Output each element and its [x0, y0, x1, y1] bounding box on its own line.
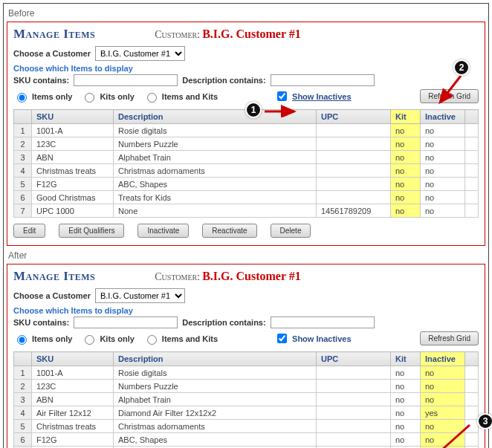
col-kit[interactable]: Kit — [391, 352, 421, 366]
table-row[interactable]: 11001-ARosie digitalsnono — [14, 124, 479, 137]
customer-select[interactable]: B.I.G. Customer #1 — [95, 46, 185, 61]
items-table-before: SKU Description UPC Kit Inactive 11001-A… — [13, 109, 479, 218]
show-inactives-label: Show Inactives — [292, 334, 351, 343]
before-panel: Manage Items Customer: B.I.G. Customer #… — [7, 22, 485, 246]
refresh-grid-button[interactable]: Refresh Grid — [420, 331, 479, 345]
table-row[interactable]: 2123CNumbers Puzzlenono — [14, 137, 479, 151]
customer-name: B.I.G. Customer #1 — [202, 270, 301, 282]
refresh-grid-button[interactable]: Refresh Grid — [420, 89, 479, 103]
items-only-radio[interactable] — [17, 93, 27, 103]
table-row[interactable]: 3ABNAlphabet Trainnono — [14, 393, 479, 406]
col-inactive[interactable]: Inactive — [421, 352, 465, 366]
table-row[interactable]: 7UPC 1000None14561789209nono — [14, 204, 479, 218]
col-upc[interactable]: UPC — [317, 110, 391, 124]
sku-contains-input[interactable] — [74, 316, 178, 328]
reactivate-button[interactable]: Reactivate — [202, 224, 256, 238]
kits-only-label: Kits only — [100, 334, 134, 343]
after-label: After — [8, 250, 485, 261]
choose-items-heading: Choose which Items to display — [13, 306, 479, 315]
items-only-label: Items only — [32, 92, 72, 101]
table-row[interactable]: 3ABNAlphabet Trainnono — [14, 151, 479, 164]
table-row[interactable]: 11001-ARosie digitalsnono — [14, 366, 479, 380]
callout-3: 3 — [477, 413, 492, 429]
col-kit[interactable]: Kit — [391, 110, 421, 124]
customer-prefix: Customer: — [155, 29, 200, 40]
edit-button[interactable]: Edit — [13, 224, 45, 238]
page-title: Manage Items — [13, 269, 95, 284]
items-and-kits-radio[interactable] — [147, 93, 157, 103]
col-desc[interactable]: Description — [114, 352, 317, 366]
desc-contains-label: Description contains: — [182, 318, 265, 327]
sku-contains-label: SKU contains: — [13, 318, 69, 327]
callout-1: 1 — [245, 102, 262, 118]
desc-contains-label: Description contains: — [182, 76, 265, 85]
table-row[interactable]: 4Christmas treatsChristmas adornamentsno… — [14, 164, 479, 178]
table-row[interactable]: 2123CNumbers Puzzlenono — [14, 380, 479, 393]
delete-button[interactable]: Delete — [271, 224, 311, 238]
desc-contains-input[interactable] — [271, 316, 375, 328]
customer-select[interactable]: B.I.G. Customer #1 — [95, 288, 185, 303]
items-only-label: Items only — [32, 334, 72, 343]
choose-customer-label: Choose a Customer — [13, 49, 91, 58]
after-panel: Manage Items Customer: B.I.G. Customer #… — [7, 264, 485, 448]
choose-items-heading: Choose which Items to display — [13, 64, 479, 73]
sku-contains-label: SKU contains: — [13, 76, 69, 85]
inactivate-button[interactable]: Inactivate — [137, 224, 189, 238]
items-only-radio[interactable] — [17, 335, 27, 345]
customer-name: B.I.G. Customer #1 — [202, 27, 301, 40]
table-row[interactable]: 5F12GABC, Shapesnono — [14, 178, 479, 191]
col-sku[interactable]: SKU — [32, 352, 114, 366]
callout-2: 2 — [453, 59, 470, 76]
items-and-kits-label: Items and Kits — [162, 92, 218, 101]
table-row[interactable]: 5Christmas treatsChristmas adornamentsno… — [14, 420, 479, 433]
col-inactive[interactable]: Inactive — [421, 110, 465, 124]
show-inactives-checkbox[interactable] — [277, 91, 287, 101]
choose-customer-label: Choose a Customer — [13, 291, 91, 300]
col-upc[interactable]: UPC — [317, 352, 391, 366]
items-and-kits-label: Items and Kits — [162, 334, 218, 343]
table-row[interactable]: 6Good ChristmasTreats for Kidsnono — [14, 191, 479, 204]
desc-contains-input[interactable] — [271, 74, 375, 86]
sku-contains-input[interactable] — [74, 74, 178, 86]
table-row[interactable]: 6F12GABC, Shapesnono — [14, 433, 479, 447]
show-inactives-checkbox[interactable] — [277, 334, 287, 343]
show-inactives-label: Show Inactives — [292, 92, 351, 101]
kits-only-label: Kits only — [100, 92, 134, 101]
customer-prefix: Customer: — [155, 271, 200, 282]
page-title: Manage Items — [13, 27, 95, 42]
table-row[interactable]: 4Air Filter 12x12Diamond Air Filter 12x1… — [14, 406, 479, 420]
kits-only-radio[interactable] — [85, 335, 94, 345]
edit-qualifiers-button[interactable]: Edit Qualifiers — [59, 224, 124, 238]
items-and-kits-radio[interactable] — [147, 335, 157, 345]
kits-only-radio[interactable] — [85, 93, 94, 103]
col-sku[interactable]: SKU — [32, 110, 114, 124]
items-table-after: SKU Description UPC Kit Inactive 11001-A… — [13, 351, 479, 448]
before-label: Before — [8, 8, 485, 19]
col-desc[interactable]: Description — [114, 110, 317, 124]
